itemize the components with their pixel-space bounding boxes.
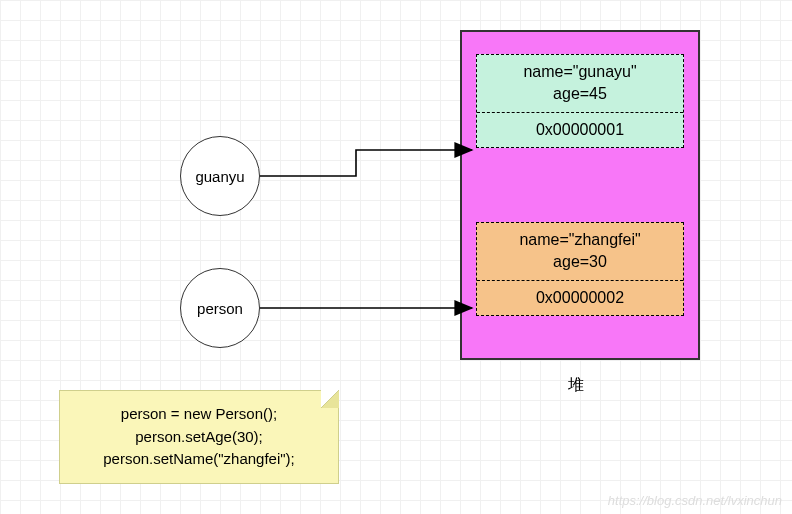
heap-container: name="gunayu" age=45 0x00000001 name="zh… xyxy=(460,30,700,360)
code-note-line1: person = new Person(); xyxy=(74,403,324,426)
heap-object-1-name: name="gunayu" xyxy=(481,61,679,83)
watermark-text: https://blog.csdn.net/lvxinchun xyxy=(608,493,782,508)
heap-object-1-age: age=45 xyxy=(481,83,679,105)
code-note: person = new Person(); person.setAge(30)… xyxy=(59,390,339,484)
stack-circle-person-label: person xyxy=(197,300,243,317)
heap-object-2: name="zhangfei" age=30 0x00000002 xyxy=(476,222,684,316)
stack-circle-guanyu-label: guanyu xyxy=(195,168,244,185)
code-note-line3: person.setName("zhangfei"); xyxy=(74,448,324,471)
stack-circle-person: person xyxy=(180,268,260,348)
heap-object-1: name="gunayu" age=45 0x00000001 xyxy=(476,54,684,148)
heap-label: 堆 xyxy=(568,375,584,396)
code-note-line2: person.setAge(30); xyxy=(74,426,324,449)
heap-object-2-attrs: name="zhangfei" age=30 xyxy=(477,223,683,281)
stack-circle-guanyu: guanyu xyxy=(180,136,260,216)
note-fold-icon xyxy=(321,390,339,408)
heap-object-1-address: 0x00000001 xyxy=(477,113,683,147)
heap-object-2-age: age=30 xyxy=(481,251,679,273)
arrow-guanyu-to-obj1 xyxy=(260,150,472,176)
heap-object-2-address: 0x00000002 xyxy=(477,281,683,315)
heap-object-2-name: name="zhangfei" xyxy=(481,229,679,251)
heap-object-1-attrs: name="gunayu" age=45 xyxy=(477,55,683,113)
